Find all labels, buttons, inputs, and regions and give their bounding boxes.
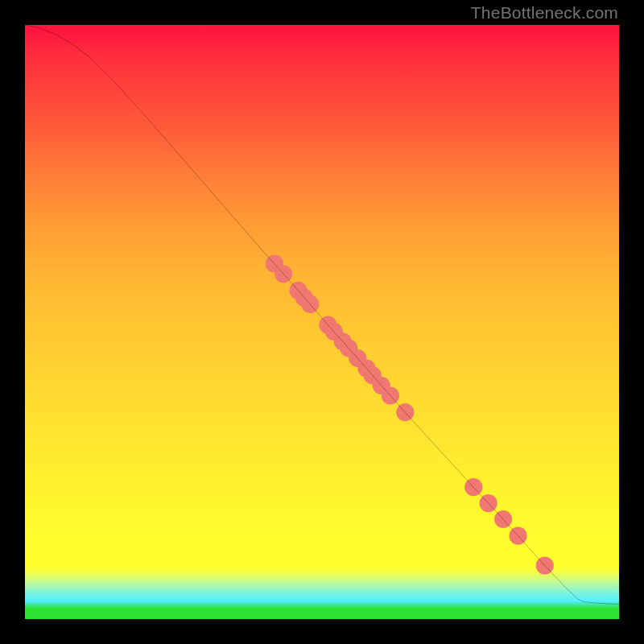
chart-frame: TheBottleneck.com: [0, 0, 644, 644]
data-curve: [25, 25, 619, 605]
watermark-label: TheBottleneck.com: [471, 3, 618, 23]
plot-area: [25, 25, 619, 619]
chart-svg: [25, 25, 619, 619]
